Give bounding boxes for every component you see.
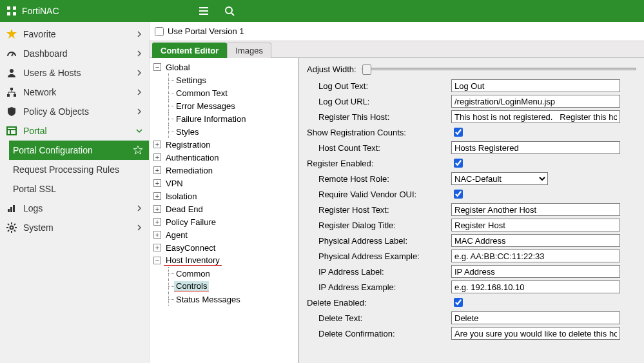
svg-rect-19 (8, 209, 10, 212)
tree-isolation[interactable]: +Isolation (153, 190, 298, 202)
ip-addr-label-input[interactable] (451, 265, 620, 278)
require-oui-checkbox[interactable] (454, 190, 463, 199)
expand-icon[interactable]: + (153, 244, 161, 251)
svg-point-7 (226, 7, 232, 14)
tab-content-editor[interactable]: Content Editor (152, 43, 227, 58)
tree-styles[interactable]: Styles (153, 125, 298, 138)
physical-addr-example-input[interactable] (451, 250, 620, 262)
panel-icon (6, 126, 17, 136)
log-out-text-label: Log Out Text: (304, 80, 451, 92)
sitemap-icon (6, 87, 17, 97)
register-host-text-input[interactable] (451, 203, 620, 216)
host-count-text-label: Host Count Text: (304, 142, 451, 154)
use-portal-v1-checkbox[interactable] (155, 27, 164, 36)
tree-error-messages[interactable]: Error Messages (153, 99, 298, 112)
expand-icon[interactable]: + (153, 192, 161, 200)
sidebar-label: Request Processing Rules (13, 164, 119, 175)
show-reg-counts-checkbox[interactable] (454, 128, 463, 137)
tree-authentication[interactable]: +Authentication (153, 151, 298, 164)
expand-icon[interactable]: + (153, 153, 161, 161)
require-oui-label: Require Valid Vendor OUI: (304, 188, 451, 201)
tree-dead-end[interactable]: +Dead End (153, 202, 298, 215)
sidebar: Favorite Dashboard Users & Hosts Network… (0, 22, 150, 363)
remote-host-role-select[interactable]: NAC-Default (451, 172, 548, 185)
svg-line-29 (8, 230, 9, 231)
delete-confirm-label: Delete Confirmation: (304, 328, 451, 340)
sidebar-item-portal-config[interactable]: Portal Configuration (9, 141, 149, 160)
svg-rect-20 (10, 207, 12, 212)
register-enabled-checkbox[interactable] (454, 159, 463, 168)
svg-rect-12 (10, 88, 13, 90)
sidebar-portal-children: Portal Configuration Request Processing … (0, 141, 149, 199)
user-icon (6, 68, 17, 78)
tree-hi-status[interactable]: Status Messages (153, 293, 298, 306)
tree-global[interactable]: −Global (153, 61, 298, 74)
tree-hi-common[interactable]: Common (153, 267, 298, 280)
sidebar-label: Logs (23, 203, 43, 213)
collapse-icon[interactable]: − (153, 257, 161, 264)
logo-icon (6, 6, 17, 16)
register-host-text-label: Register Host Text: (304, 204, 451, 216)
ip-addr-label-label: IP Address Label: (304, 266, 451, 278)
expand-icon[interactable]: + (153, 179, 161, 187)
sidebar-item-network[interactable]: Network (0, 83, 149, 102)
expand-icon[interactable]: + (153, 218, 161, 226)
pin-star-icon[interactable] (133, 146, 142, 155)
expand-icon[interactable]: + (153, 205, 161, 213)
sidebar-item-system[interactable]: System (0, 218, 149, 237)
sidebar-item-request-rules[interactable]: Request Processing Rules (9, 160, 149, 179)
expand-icon[interactable]: + (153, 231, 161, 239)
expand-icon[interactable]: + (153, 166, 161, 174)
host-count-text-input[interactable] (451, 141, 620, 154)
svg-rect-3 (13, 12, 16, 15)
tree-hi-controls[interactable]: Controls (153, 280, 298, 293)
delete-enabled-checkbox[interactable] (454, 298, 463, 307)
ip-addr-example-input[interactable] (451, 280, 620, 293)
adjust-width-label: Adjust Width: (304, 63, 356, 75)
tree-policy-failure[interactable]: +Policy Failure (153, 215, 298, 228)
svg-line-8 (231, 13, 234, 15)
log-out-url-label: Log Out URL: (304, 95, 451, 108)
sidebar-label: Favorite (23, 29, 56, 39)
log-out-url-input[interactable] (451, 95, 620, 108)
sidebar-item-portal[interactable]: Portal (0, 121, 149, 141)
sidebar-item-logs[interactable]: Logs (0, 199, 149, 218)
tree-easyconnect[interactable]: +EasyConnect (153, 241, 298, 254)
chevron-right-icon (136, 224, 142, 231)
chevron-right-icon (136, 31, 142, 37)
sidebar-item-users-hosts[interactable]: Users & Hosts (0, 63, 149, 83)
sidebar-label: Portal SSL (13, 184, 56, 194)
register-this-host-input[interactable] (451, 110, 620, 123)
tab-images[interactable]: Images (227, 43, 271, 58)
physical-addr-label-input[interactable] (451, 234, 620, 247)
tree-agent[interactable]: +Agent (153, 228, 298, 241)
svg-rect-0 (7, 6, 10, 10)
menu-icon[interactable] (199, 6, 209, 16)
tree-registration[interactable]: +Registration (153, 138, 298, 151)
show-reg-counts-label: Show Registration Counts: (304, 126, 451, 139)
delete-text-input[interactable] (451, 311, 620, 324)
tree-vpn[interactable]: +VPN (153, 177, 298, 190)
delete-confirm-input[interactable] (451, 327, 620, 340)
chevron-right-icon (136, 108, 142, 115)
register-dialog-title-input[interactable] (451, 219, 620, 231)
sidebar-item-favorite[interactable]: Favorite (0, 25, 149, 44)
collapse-icon[interactable]: − (153, 63, 161, 71)
tree-host-inventory[interactable]: −Host Inventory (153, 254, 298, 267)
expand-icon[interactable]: + (153, 141, 161, 148)
svg-rect-1 (13, 6, 16, 10)
sidebar-item-dashboard[interactable]: Dashboard (0, 44, 149, 63)
tree-settings[interactable]: Settings (153, 74, 298, 86)
tree-failure-info[interactable]: Failure Information (153, 112, 298, 125)
delete-text-label: Delete Text: (304, 312, 451, 324)
search-icon[interactable] (224, 6, 235, 16)
tree-remediation[interactable]: +Remediation (153, 164, 298, 177)
bars-icon (6, 203, 17, 213)
slider-thumb[interactable] (362, 64, 371, 75)
sidebar-item-portal-ssl[interactable]: Portal SSL (9, 179, 149, 199)
tree-common-text[interactable]: Common Text (153, 86, 298, 99)
log-out-text-input[interactable] (451, 79, 620, 92)
svg-rect-13 (7, 94, 10, 97)
adjust-width-slider[interactable] (362, 68, 636, 70)
sidebar-item-policy-objects[interactable]: Policy & Objects (0, 102, 149, 121)
